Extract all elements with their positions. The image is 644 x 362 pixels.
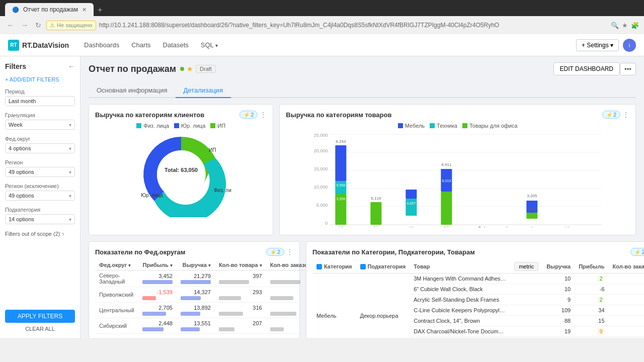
legend-furniture-color	[398, 123, 403, 128]
cell-revenue: 13,892	[177, 303, 215, 318]
tab-main-info[interactable]: Основная информация	[89, 83, 176, 98]
collapse-sidebar-button[interactable]: ←	[68, 62, 75, 70]
svg-text:6,019: 6,019	[442, 179, 451, 183]
bar-chart-visual: 0 5,000 10,000 15,000 20,000 25,000	[286, 132, 629, 229]
sidebar-title: Filters	[5, 62, 26, 70]
nav-sql[interactable]: SQL	[196, 39, 223, 51]
filter-granularity-control[interactable]: Week ▾	[5, 120, 75, 130]
url-bar[interactable]: http://10.1.241.188:8088/superset/dashbo…	[99, 22, 608, 29]
bar-chart-header: Выручка по категориям товаров ⚡2 ⋮	[286, 111, 629, 119]
edit-dashboard-button[interactable]: EDIT DASHBOARD	[553, 62, 620, 75]
nav-datasets[interactable]: Datasets	[158, 39, 194, 51]
active-tab[interactable]: 🔵 Отчет по продажам ✕	[5, 3, 94, 16]
svg-rect-18	[336, 181, 347, 194]
svg-text:Физ. лица: Физ. лица	[214, 188, 231, 193]
chevron-down-icon-4: ▾	[69, 193, 71, 199]
filter-subcategory-control[interactable]: 14 options ▾	[5, 214, 75, 224]
cell-profit: 2	[575, 295, 608, 305]
bookmark-icon[interactable]: ★	[622, 22, 628, 29]
filter-period-control[interactable]: Last month	[5, 96, 75, 106]
filter-granularity: Грануляция Week ▾	[5, 112, 75, 130]
left-table-filter-count: ⚡2	[266, 248, 284, 256]
svg-text:2,419: 2,419	[407, 185, 416, 189]
bar-more-button[interactable]: ⋮	[622, 111, 629, 119]
metric-button[interactable]: metric	[514, 262, 538, 271]
cell-qty: 316	[215, 303, 266, 318]
page-title: Отчет по продажам	[89, 64, 176, 74]
cell-orders: 1	[609, 316, 644, 326]
col-revenue: Выручка ▾	[177, 260, 215, 270]
table-row: Приволжский -1,539 14,327 293 42	[95, 287, 319, 303]
svg-text:4,657: 4,657	[407, 202, 416, 205]
svg-rect-32	[441, 192, 452, 225]
search-icon[interactable]: 🔍	[611, 22, 619, 29]
cell-product: C-Line Cubicle Keepers Polypropylene Hol…	[410, 305, 510, 316]
filter-subcategory: Подкатегория 14 options ▾	[5, 207, 75, 224]
cell-profit: -1,539	[138, 287, 177, 303]
cat-checkbox[interactable]	[316, 264, 322, 269]
tab-close-icon[interactable]: ✕	[82, 7, 87, 13]
reload-button[interactable]: ↻	[33, 20, 43, 30]
forward-button[interactable]: →	[19, 20, 30, 30]
cell-orders: 1	[609, 284, 644, 295]
right-table-header: Показатели по Категории, Подкатегории, Т…	[312, 248, 644, 256]
cell-empty	[510, 274, 542, 284]
subcat-checkbox[interactable]	[360, 264, 366, 269]
svg-rect-28	[406, 190, 417, 199]
svg-rect-19	[336, 145, 347, 181]
sidebar-footer: APPLY FILTERS CLEAR ALL	[5, 310, 75, 332]
add-button[interactable]: + Settings ▾	[576, 39, 619, 51]
cell-orders: 1	[609, 295, 644, 305]
extensions-icon[interactable]: 🧩	[631, 22, 639, 29]
nav-charts[interactable]: Charts	[126, 39, 155, 51]
more-options-button[interactable]: •••	[620, 63, 636, 75]
table-row: Северо-Западный 3,452 21,279 397 54	[95, 270, 319, 287]
filter-fed-okrug-control[interactable]: 4 options ▾	[5, 143, 75, 153]
filter-region-exclude-label: Регион (исключение)	[5, 183, 75, 189]
cell-empty	[510, 284, 542, 295]
cell-subcategory: Декор.порьера	[356, 274, 410, 338]
new-tab-button[interactable]: +	[94, 4, 106, 16]
logo-text: RT.DataVision	[22, 41, 69, 49]
cell-profit: 15	[575, 316, 608, 326]
tab-details[interactable]: Детализация	[176, 83, 231, 98]
browser-toolbar: 🔍 ★ 🧩	[611, 22, 639, 29]
add-edit-filters-button[interactable]: + ADD/EDIT FILTERS	[5, 76, 75, 82]
svg-text:8,911: 8,911	[442, 162, 452, 167]
logo-icon: RT	[8, 40, 19, 51]
svg-text:25,000: 25,000	[314, 133, 328, 138]
svg-text:15,000: 15,000	[314, 166, 328, 171]
draft-badge: Draft	[196, 65, 216, 73]
svg-text:10,000: 10,000	[314, 185, 328, 190]
filter-region-exclude-control[interactable]: 49 options ▾	[5, 191, 75, 201]
right-table-scroll[interactable]: Категория Подкатегория Товар metric Выру…	[312, 260, 644, 338]
cell-profit: -6	[575, 284, 608, 295]
filter-region-control[interactable]: 49 options ▾	[5, 167, 75, 177]
filter-granularity-label: Грануляция	[5, 112, 75, 118]
cell-profit: 8	[575, 337, 608, 338]
svg-text:25: 25	[409, 226, 414, 227]
cell-revenue: 14,327	[177, 287, 215, 303]
filter-fed-okrug: Фед.округ 4 options ▾	[5, 136, 75, 153]
star-icon[interactable]: ★	[187, 65, 193, 73]
chevron-down-icon: ▾	[69, 122, 71, 128]
tab-bar: 🔵 Отчет по продажам ✕ +	[0, 0, 644, 16]
cell-product: Acrylic Self-Standing Desk Frames	[410, 295, 510, 305]
apply-filters-button[interactable]: APPLY FILTERS	[5, 310, 75, 323]
clear-all-button[interactable]: CLEAR ALL	[5, 326, 75, 332]
right-table-title: Показатели по Категории, Подкатегории, Т…	[312, 248, 475, 256]
legend-furniture: Мебель	[398, 123, 425, 129]
cell-qty: 207	[215, 318, 266, 334]
filters-out-scope[interactable]: Filters out of scope (2) ›	[5, 230, 75, 237]
sidebar: Filters ← + ADD/EDIT FILTERS Период Last…	[0, 56, 80, 338]
back-button[interactable]: ←	[5, 20, 16, 30]
bar-filter-count: ⚡2	[602, 111, 620, 119]
cell-orders: 2	[609, 337, 644, 338]
left-table-more-button[interactable]: ⋮	[286, 248, 293, 256]
nav-dashboards[interactable]: Dashboards	[79, 39, 124, 51]
svg-text:Юр. лица: Юр. лица	[141, 193, 163, 198]
donut-more-button[interactable]: ⋮	[260, 111, 267, 119]
cell-profit: 9	[575, 326, 608, 337]
filter-region-exclude: Регион (исключение) 49 options ▾	[5, 183, 75, 201]
legend-ip-color	[210, 123, 215, 128]
